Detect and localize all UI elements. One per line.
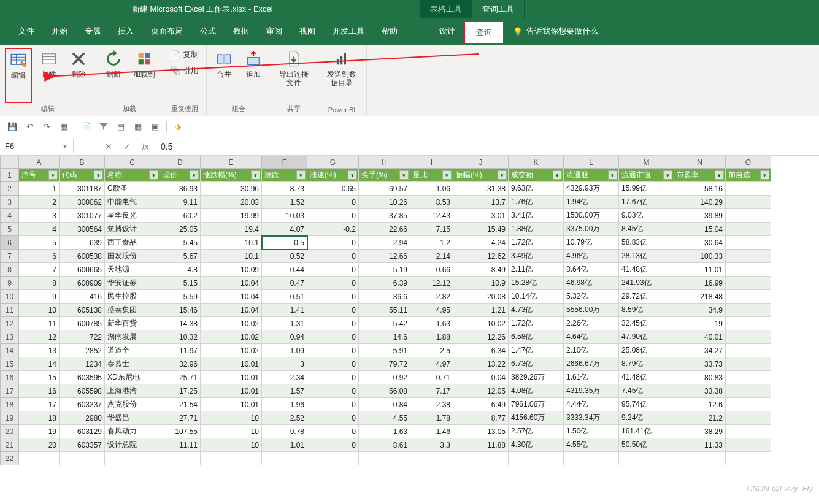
cell[interactable]: 31.38 xyxy=(453,182,509,196)
row-header-18[interactable]: 18 xyxy=(1,398,19,411)
cell[interactable]: 301077 xyxy=(60,209,105,223)
cell[interactable]: 36.93 xyxy=(160,182,201,196)
menu-formulas[interactable]: 公式 xyxy=(191,18,225,44)
cell[interactable]: 新华百货 xyxy=(105,317,160,330)
cell[interactable]: 0 xyxy=(307,250,359,263)
cell[interactable]: 1.31 xyxy=(262,317,307,330)
cell[interactable]: 10.79亿 xyxy=(564,236,619,250)
table-header[interactable]: 成交额▾ xyxy=(509,169,564,182)
cell[interactable]: 28.13亿 xyxy=(619,250,674,263)
cell[interactable]: 241.93亿 xyxy=(619,277,674,290)
table-header[interactable]: 换手(%)▾ xyxy=(359,169,410,182)
cell[interactable]: 2.34 xyxy=(262,371,307,384)
cell[interactable]: 0.5 xyxy=(262,236,307,250)
table-header[interactable]: 市盈率▾ xyxy=(674,169,726,182)
row-header-11[interactable]: 11 xyxy=(1,304,19,317)
table-header[interactable]: 代码▾ xyxy=(60,169,105,182)
cell[interactable]: 湖南发展 xyxy=(105,330,160,344)
cell[interactable]: 民生控股 xyxy=(105,290,160,304)
cell[interactable]: 46.98亿 xyxy=(564,277,619,290)
cell[interactable] xyxy=(726,263,771,277)
cell[interactable] xyxy=(726,344,771,357)
cell[interactable] xyxy=(509,452,564,465)
cell[interactable]: 0 xyxy=(307,425,359,438)
cell[interactable]: 4.30亿 xyxy=(509,438,564,452)
filter-dropdown-icon[interactable]: ▾ xyxy=(663,170,672,180)
cell[interactable]: 722 xyxy=(60,330,105,344)
cell[interactable] xyxy=(726,411,771,425)
cell[interactable]: 3.01 xyxy=(453,209,509,223)
cell[interactable] xyxy=(359,452,410,465)
cell[interactable]: 21.54 xyxy=(160,398,201,411)
cell[interactable]: 10.04 xyxy=(201,290,262,304)
cell[interactable]: 34.9 xyxy=(674,304,726,317)
cell[interactable]: 道道全 xyxy=(105,344,160,357)
cell[interactable]: 4.96亿 xyxy=(564,250,619,263)
cell[interactable] xyxy=(726,196,771,209)
cell[interactable]: 416 xyxy=(60,290,105,304)
cell[interactable]: 38.29 xyxy=(674,425,726,438)
cell[interactable]: 11.33 xyxy=(674,438,726,452)
cell[interactable]: 603357 xyxy=(60,438,105,452)
cell[interactable]: 0 xyxy=(307,263,359,277)
select-all-corner[interactable] xyxy=(1,156,19,169)
menu-design[interactable]: 设计 xyxy=(431,18,464,44)
cell[interactable]: 80.83 xyxy=(674,371,726,384)
cell[interactable]: 58.83亿 xyxy=(619,236,674,250)
cell[interactable]: 1.63 xyxy=(410,317,453,330)
cell[interactable]: 4329.93万 xyxy=(564,182,619,196)
menu-developer[interactable]: 开发工具 xyxy=(324,18,373,44)
cell[interactable]: 4.73亿 xyxy=(509,304,564,317)
cell[interactable]: 16 xyxy=(19,384,60,398)
cell[interactable]: 9.78 xyxy=(262,425,307,438)
cell[interactable]: 1.47亿 xyxy=(509,344,564,357)
cell[interactable]: 2.5 xyxy=(410,344,453,357)
cell[interactable]: 1.06 xyxy=(410,182,453,196)
cell[interactable]: 2980 xyxy=(60,411,105,425)
cell[interactable]: 0.66 xyxy=(410,263,453,277)
cell[interactable]: 1500.00万 xyxy=(564,209,619,223)
cell[interactable]: 0.51 xyxy=(262,290,307,304)
cell[interactable]: 6.49 xyxy=(453,398,509,411)
cell[interactable]: 0.84 xyxy=(359,398,410,411)
formula-input[interactable] xyxy=(158,139,814,154)
row-header-5[interactable]: 5 xyxy=(1,223,19,236)
cell[interactable]: 8.49 xyxy=(453,263,509,277)
cell[interactable]: 设计总院 xyxy=(105,438,160,452)
cell[interactable]: 0 xyxy=(307,236,359,250)
context-tab-table-tools[interactable]: 表格工具 xyxy=(420,0,472,18)
cell[interactable]: 95.74亿 xyxy=(619,398,674,411)
cell[interactable]: 7.17 xyxy=(410,384,453,398)
col-header-B[interactable]: B xyxy=(60,156,105,169)
cell[interactable] xyxy=(726,398,771,411)
cell[interactable]: 天地源 xyxy=(105,263,160,277)
cell[interactable]: 19 xyxy=(674,317,726,330)
cell[interactable]: 58.16 xyxy=(674,182,726,196)
properties-button[interactable]: 属性 xyxy=(37,48,61,103)
cell[interactable] xyxy=(726,452,771,465)
cell[interactable]: 3829.26万 xyxy=(509,371,564,384)
cell[interactable]: 5 xyxy=(19,236,60,250)
cell[interactable]: 4.55亿 xyxy=(564,438,619,452)
col-header-E[interactable]: E xyxy=(201,156,262,169)
cell[interactable]: 0 xyxy=(307,290,359,304)
row-header-21[interactable]: 21 xyxy=(1,438,19,452)
cell[interactable]: 0 xyxy=(307,304,359,317)
col-header-A[interactable]: A xyxy=(19,156,60,169)
cell[interactable]: 19.4 xyxy=(201,223,262,236)
filter-dropdown-icon[interactable]: ▾ xyxy=(553,170,562,180)
col-header-I[interactable]: I xyxy=(410,156,453,169)
cell[interactable]: 5.32亿 xyxy=(564,290,619,304)
delete-button[interactable]: 删除 xyxy=(66,48,91,103)
cell[interactable]: 0 xyxy=(307,357,359,371)
cell[interactable]: 3 xyxy=(19,209,60,223)
cell[interactable]: 4.44亿 xyxy=(564,398,619,411)
row-header-19[interactable]: 19 xyxy=(1,411,19,425)
cell[interactable] xyxy=(726,277,771,290)
filter-dropdown-icon[interactable]: ▾ xyxy=(715,170,724,180)
cell[interactable]: 1.41 xyxy=(262,304,307,317)
cell[interactable]: 17 xyxy=(19,398,60,411)
cell[interactable]: 10.26 xyxy=(359,196,410,209)
cell[interactable]: 0 xyxy=(307,384,359,398)
cell[interactable]: 10.02 xyxy=(201,317,262,330)
